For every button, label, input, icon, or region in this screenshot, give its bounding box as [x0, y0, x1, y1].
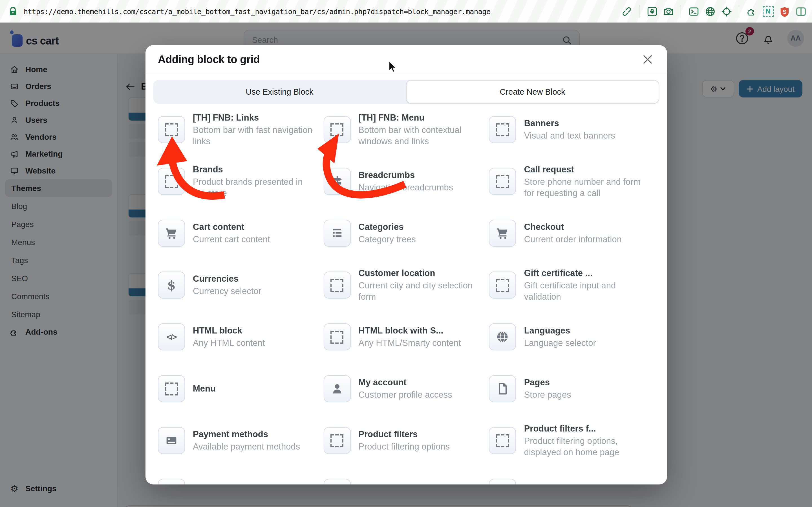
block-option-partial[interactable] [489, 466, 655, 485]
block-description: Customer profile access [358, 389, 481, 400]
block-description: Available payment methods [193, 441, 316, 452]
close-icon[interactable] [640, 52, 655, 67]
link-icon[interactable] [621, 6, 632, 17]
block-option-currencies[interactable]: $CurrenciesCurrency selector [158, 259, 323, 311]
block-title: Product filters [358, 429, 481, 440]
block-title: Payment methods [193, 429, 316, 440]
block-description: Product filtering options [358, 441, 481, 452]
terminal-icon[interactable] [688, 6, 699, 17]
block-description: Visual and text banners [524, 130, 647, 142]
block-option-product-filters[interactable]: Product filtersProduct filtering options [323, 414, 489, 466]
dashed-box-icon [496, 434, 509, 447]
block-icon-tile [489, 323, 516, 350]
block-mode-tabs: Use Existing Block Create New Block [153, 80, 659, 104]
block-option-brands[interactable]: BrandsProduct brands presented in the st… [158, 156, 323, 207]
adding-block-modal: Adding block to grid Use Existing Block … [146, 45, 667, 485]
block-icon-tile [323, 323, 350, 350]
block-option-th-fnb-menu[interactable]: [TH] FNB: MenuBottom bar with contextual… [323, 104, 489, 156]
dashed-box-icon [165, 382, 178, 395]
block-option-partial[interactable] [323, 466, 489, 485]
block-option-payment-methods[interactable]: Payment methodsAvailable payment methods [158, 414, 323, 466]
block-description: Bottom bar with contextual windows and l… [358, 124, 481, 147]
block-option-cart-content[interactable]: Cart contentCurrent cart content [158, 207, 323, 259]
block-title: My account [358, 377, 481, 388]
block-option-html-block[interactable]: </>HTML blockAny HTML content [158, 311, 323, 363]
block-description: Product brands presented in the store [193, 176, 316, 199]
block-option-my-account[interactable]: My accountCustomer profile access [323, 363, 489, 414]
block-option-breadcrumbs[interactable]: BreadcrumbsNavigation breadcrumbs [323, 156, 489, 207]
block-icon-tile [323, 375, 350, 402]
block-description: Any HTML content [193, 337, 316, 349]
block-icon-tile [489, 479, 516, 485]
modal-header: Adding block to grid [146, 45, 667, 74]
block-option-pages[interactable]: PagesStore pages [489, 363, 655, 414]
puzzle-extension-icon[interactable] [746, 6, 757, 17]
block-icon-tile [489, 375, 516, 402]
separator [739, 5, 739, 17]
side-panel-icon[interactable] [795, 6, 806, 17]
block-option-call-request[interactable]: Call requestStore phone number and form … [489, 156, 655, 207]
dashed-box-icon [496, 123, 509, 136]
block-option-th-fnb-links[interactable]: [TH] FNB: LinksBottom bar with fast navi… [158, 104, 323, 156]
block-title: HTML block [193, 325, 316, 336]
lock-icon [9, 7, 17, 16]
dashed-box-icon [165, 123, 178, 136]
block-title: Banners [524, 118, 647, 129]
block-icon-tile [323, 272, 350, 298]
globe-extension-icon[interactable] [704, 6, 716, 17]
person-icon [329, 381, 344, 396]
block-title: Breadcrumbs [358, 170, 481, 181]
tab-create-new-block[interactable]: Create New Block [406, 80, 659, 104]
flower-screenshot-icon[interactable] [646, 6, 658, 17]
block-option-banners[interactable]: BannersVisual and text banners [489, 104, 655, 156]
browser-extension-icons: NS [621, 0, 806, 22]
dollar-icon: $ [167, 278, 176, 292]
block-description: Navigation breadcrumbs [358, 182, 481, 193]
mouse-cursor [389, 61, 397, 73]
block-option-customer-location[interactable]: Customer locationCurrent city and city s… [323, 259, 489, 311]
block-description: Current city and city selection form [358, 280, 481, 302]
block-option-gift-certificate[interactable]: Gift certificate ...Gift certificate inp… [489, 259, 655, 311]
block-option-menu[interactable]: Menu [158, 363, 323, 414]
block-option-html-block-with-s[interactable]: HTML block with S...Any HTML/Smarty cont… [323, 311, 489, 363]
block-icon-tile [158, 168, 185, 195]
block-title: Currencies [193, 273, 316, 284]
tab-use-existing-block[interactable]: Use Existing Block [153, 80, 406, 104]
block-icon-tile [323, 427, 350, 454]
block-title: Call request [524, 164, 647, 175]
block-description: Current order information [524, 234, 647, 245]
block-title: Languages [524, 325, 647, 336]
n-badge-icon[interactable]: N [762, 6, 774, 17]
blocks-grid: [TH] FNB: LinksBottom bar with fast navi… [146, 104, 667, 485]
block-title: Categories [358, 221, 481, 233]
block-icon-tile [489, 220, 516, 247]
block-description: Store phone number and form for requesti… [524, 176, 647, 199]
block-title: Checkout [524, 221, 647, 233]
block-option-languages[interactable]: LanguagesLanguage selector [489, 311, 655, 363]
browser-address-bar[interactable]: https://demo.themehills.com/cscart/a_mob… [0, 0, 812, 22]
url-text[interactable]: https://demo.themehills.com/cscart/a_mob… [24, 7, 491, 15]
block-icon-tile [489, 272, 516, 298]
card-icon [164, 433, 179, 448]
block-icon-tile [323, 220, 350, 247]
dashed-box-icon [331, 434, 343, 447]
block-option-categories[interactable]: CategoriesCategory trees [323, 207, 489, 259]
crosshair-icon[interactable] [721, 6, 732, 17]
camera-icon[interactable] [663, 6, 674, 17]
dashed-box-icon [496, 175, 509, 188]
block-option-checkout[interactable]: CheckoutCurrent order information [489, 207, 655, 259]
dashed-box-icon [331, 279, 343, 291]
separator [680, 5, 681, 17]
block-icon-tile [323, 116, 350, 143]
block-option-product-filters-f[interactable]: Product filters f...Product filtering op… [489, 414, 655, 466]
block-option-partial[interactable] [158, 466, 323, 485]
block-title: Brands [193, 164, 316, 175]
block-icon-tile [489, 168, 516, 195]
block-description: Product filtering options, displayed on … [524, 436, 647, 458]
block-title: [TH] FNB: Links [193, 112, 316, 123]
block-title: [TH] FNB: Menu [358, 112, 481, 123]
block-icon-tile [489, 427, 516, 454]
block-title: HTML block with S... [358, 325, 481, 336]
s-shield-icon[interactable]: S [779, 6, 790, 17]
dashed-box-icon [496, 279, 509, 291]
